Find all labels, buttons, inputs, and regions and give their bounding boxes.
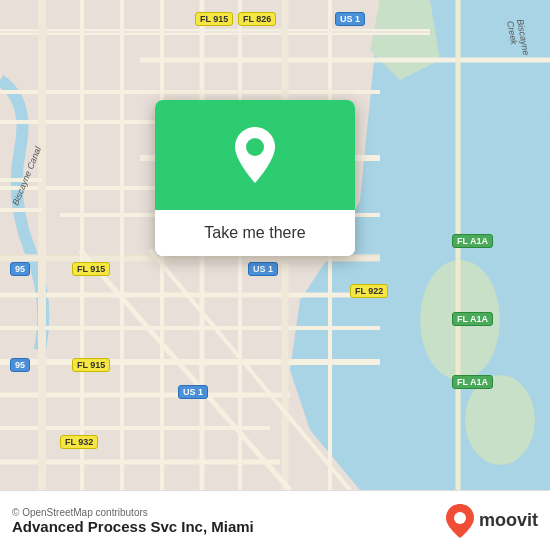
map-container: FL 915 FL 826 US 1 FL 915 US 1 FL 922 FL… xyxy=(0,0,550,490)
moovit-logo: moovit xyxy=(445,503,538,539)
road-label-us1-top: US 1 xyxy=(335,12,365,26)
svg-point-36 xyxy=(454,512,466,524)
road-label-i95-2: 95 xyxy=(10,358,30,372)
moovit-pin-icon xyxy=(445,503,475,539)
moovit-text: moovit xyxy=(479,510,538,531)
attribution-text: © OpenStreetMap contributors xyxy=(12,507,254,518)
road-label-i95-1: 95 xyxy=(10,262,30,276)
road-label-fl915-mid: FL 915 xyxy=(72,262,110,276)
take-me-there-button[interactable]: Take me there xyxy=(155,210,355,256)
location-pin-icon xyxy=(230,125,280,185)
road-label-fl922: FL 922 xyxy=(350,284,388,298)
road-label-fla1a-3: FL A1A xyxy=(452,375,493,389)
svg-point-35 xyxy=(246,138,264,156)
road-label-fla1a-1: FL A1A xyxy=(452,234,493,248)
bottom-bar: © OpenStreetMap contributors Advanced Pr… xyxy=(0,490,550,550)
road-label-fl826: FL 826 xyxy=(238,12,276,26)
road-label-us1-mid: US 1 xyxy=(248,262,278,276)
bottom-info: © OpenStreetMap contributors Advanced Pr… xyxy=(12,507,254,535)
popup-icon-area xyxy=(155,100,355,210)
road-label-fl932: FL 932 xyxy=(60,435,98,449)
road-label-us1-bot: US 1 xyxy=(178,385,208,399)
place-name: Advanced Process Svc Inc, Miami xyxy=(12,518,254,535)
road-label-fl915-bot: FL 915 xyxy=(72,358,110,372)
road-label-fl915-top: FL 915 xyxy=(195,12,233,26)
popup-card: Take me there xyxy=(155,100,355,256)
road-label-fla1a-2: FL A1A xyxy=(452,312,493,326)
